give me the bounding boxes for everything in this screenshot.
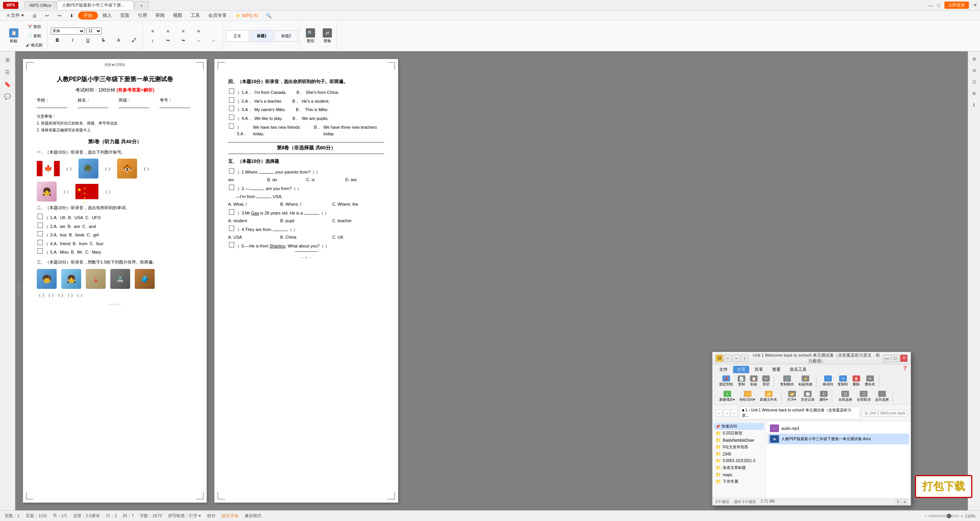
fe-nav-forward-btn[interactable]: →: [723, 410, 730, 416]
tab-document[interactable]: 人教PEP版最新小学三年级下册第一... ✕: [57, 1, 134, 10]
menu-file[interactable]: ≡ 文件 ▾: [3, 11, 28, 20]
align-left-btn[interactable]: ≡: [146, 27, 160, 35]
menu-tools[interactable]: 工具: [187, 11, 204, 20]
menu-print[interactable]: 🖨: [28, 12, 41, 19]
bold-btn[interactable]: B: [51, 36, 64, 44]
fe-restore-btn[interactable]: □: [892, 354, 899, 362]
fe-btn-forward2[interactable]: →: [732, 354, 740, 362]
fe-btn-yellow[interactable]: ⊡: [715, 354, 723, 362]
close-icon[interactable]: ✕: [973, 3, 977, 8]
menu-undo[interactable]: ↩: [41, 12, 53, 19]
search-icon[interactable]: 🔍: [262, 12, 276, 19]
fe-copy-btn[interactable]: 📄 复制: [736, 375, 747, 388]
sidebar-comment-icon[interactable]: 💬: [2, 91, 13, 102]
fe-invert-btn[interactable]: ↕ 反向选择: [874, 390, 890, 403]
fe-btn-back[interactable]: ←: [724, 354, 732, 362]
numbering-btn[interactable]: ≔: [176, 36, 190, 44]
fe-tab-view[interactable]: 查看: [768, 366, 784, 373]
ribbon-copy-btn[interactable]: 📄 复制: [23, 32, 46, 40]
outdent-btn[interactable]: ←: [207, 36, 221, 44]
right-fit-icon[interactable]: ⊡: [970, 77, 979, 87]
fe-help-icon[interactable]: ❓: [902, 366, 908, 373]
fe-tab-music[interactable]: 音乐工具: [786, 366, 810, 373]
fe-gridview-btn[interactable]: ⊞: [902, 499, 908, 505]
fe-btn-up[interactable]: ↑: [741, 354, 748, 362]
sidebar-thumbnail-icon[interactable]: ⊞: [2, 54, 13, 65]
fe-tree-item-6[interactable]: 📁 发表文章标题: [714, 464, 764, 471]
style-heading2[interactable]: 标题2: [275, 30, 298, 42]
fe-history-btn[interactable]: 🕐 历史记录: [799, 390, 816, 403]
fe-tab-share[interactable]: 共享: [751, 366, 767, 373]
fe-search-input[interactable]: [862, 410, 908, 416]
indent-btn[interactable]: →: [192, 36, 206, 44]
fe-tab-home[interactable]: 主页: [733, 366, 749, 373]
restore-icon[interactable]: □: [937, 3, 940, 8]
right-zoom-in-icon[interactable]: ⊕: [970, 54, 979, 64]
zoom-slider[interactable]: [928, 515, 959, 517]
menu-member[interactable]: 会员专享: [204, 11, 230, 20]
underline-btn[interactable]: U: [81, 36, 95, 44]
fe-tree-item-8[interactable]: 📁 下传专属: [714, 478, 764, 485]
menu-view[interactable]: 视图: [169, 11, 186, 20]
fe-tree-item-2[interactable]: 📁 BaiduNetdiskDowr: [714, 437, 764, 444]
fe-tree-item-1[interactable]: 📁 0.2022新型: [714, 430, 764, 437]
fe-file-audio[interactable]: ♪ audio.mp3: [768, 423, 909, 434]
ribbon-format-btn[interactable]: 🖌 格式刷: [23, 41, 46, 49]
find-btn[interactable]: 🔍 查找: [303, 27, 318, 45]
fe-tree-item-4[interactable]: 📁 2345: [714, 451, 764, 457]
right-info-icon[interactable]: ℹ: [970, 100, 979, 110]
sidebar-outline-icon[interactable]: ☰: [2, 67, 13, 77]
fe-paste-btn[interactable]: 📋 粘贴: [748, 375, 759, 388]
align-right-btn[interactable]: ≡: [176, 27, 190, 35]
fe-newfolder-btn[interactable]: 📁 新建文件夹: [758, 390, 779, 403]
fe-rename-btn[interactable]: ✏ 重命名: [863, 375, 877, 388]
fe-newitem-btn[interactable]: + 新建项目▾: [718, 390, 737, 403]
menu-insert[interactable]: 插入: [99, 11, 116, 20]
italic-btn[interactable]: I: [66, 36, 80, 44]
fe-copyto-btn[interactable]: ⇒ 复制到: [836, 375, 849, 388]
fe-address-input[interactable]: ■ 1 › Unit 1 Welcome back to school! 单元测…: [739, 406, 860, 419]
menu-home[interactable]: 开始: [78, 11, 98, 20]
fe-tree-item-3[interactable]: 📁 0论文发布包⑨: [714, 444, 764, 451]
ribbon-paste-btn[interactable]: 📋 粘贴: [6, 27, 21, 45]
font-size-select[interactable]: 12: [87, 28, 102, 34]
fe-selectall-btn[interactable]: ☑ 全部选择: [837, 390, 854, 403]
fe-delete-btn[interactable]: 🗑 删除: [851, 375, 862, 388]
ribbon-cut-btn[interactable]: ✂️ 剪切: [23, 23, 46, 31]
strikethrough-btn[interactable]: S̶: [96, 36, 110, 44]
fe-props-btn[interactable]: ℹ 属性▾: [818, 390, 830, 403]
bullet-btn[interactable]: ≔: [161, 36, 175, 44]
tab-wps[interactable]: WPS Office: [24, 2, 56, 9]
fe-open-btn[interactable]: 📂 打开▾: [786, 390, 798, 403]
menu-reference[interactable]: 引用: [134, 11, 151, 20]
fe-tree-item-7[interactable]: 📁 maps: [714, 471, 764, 478]
right-zoom-out-icon[interactable]: ⊖: [970, 66, 979, 75]
login-button[interactable]: 立即登录: [944, 2, 969, 9]
fe-copypath-btn[interactable]: 🔗 复制路径: [779, 375, 795, 388]
fe-tab-file[interactable]: 文件: [715, 366, 732, 373]
fe-listview-btn[interactable]: ☰: [895, 499, 901, 505]
fe-pin-btn[interactable]: 📌 固定到快: [718, 375, 735, 388]
fe-close-btn[interactable]: ✕: [900, 354, 908, 362]
fe-nav-back-btn[interactable]: ←: [715, 410, 722, 416]
highlight-btn[interactable]: 🖍: [127, 36, 141, 44]
menu-redo[interactable]: ↪: [54, 12, 65, 19]
font-family-select[interactable]: 宋体: [51, 28, 85, 34]
minimize-icon[interactable]: —: [928, 3, 933, 8]
fe-tree-quickaccess[interactable]: 📌 快速访问: [714, 423, 764, 430]
fe-shortcut-btn[interactable]: ⚡ 粘贴快捷: [797, 375, 814, 388]
menu-forward[interactable]: ⬇: [66, 12, 77, 19]
right-settings-icon[interactable]: ⚙: [970, 89, 979, 98]
menu-wps-ai[interactable]: ⚡ WPS AI: [231, 12, 262, 19]
download-stamp[interactable]: 打包下载: [915, 475, 972, 498]
status-spell[interactable]: 拼写检查：打开 ▾: [168, 513, 201, 519]
menu-review[interactable]: 审阅: [152, 11, 168, 20]
justify-btn[interactable]: ≡: [192, 27, 206, 35]
fe-nav-up-btn[interactable]: ↑: [731, 410, 738, 416]
line-spacing-btn[interactable]: ↕: [146, 36, 160, 44]
font-color-btn[interactable]: A: [112, 36, 126, 44]
zoom-in-btn[interactable]: +: [960, 514, 963, 518]
fe-deselect-btn[interactable]: ☐ 全部取消: [855, 390, 872, 403]
fe-easyaccess-btn[interactable]: ⚡ 轻松访问▾: [738, 390, 757, 403]
fe-tree-item-5[interactable]: 📁 0.0001-10月20日-3: [714, 457, 764, 464]
